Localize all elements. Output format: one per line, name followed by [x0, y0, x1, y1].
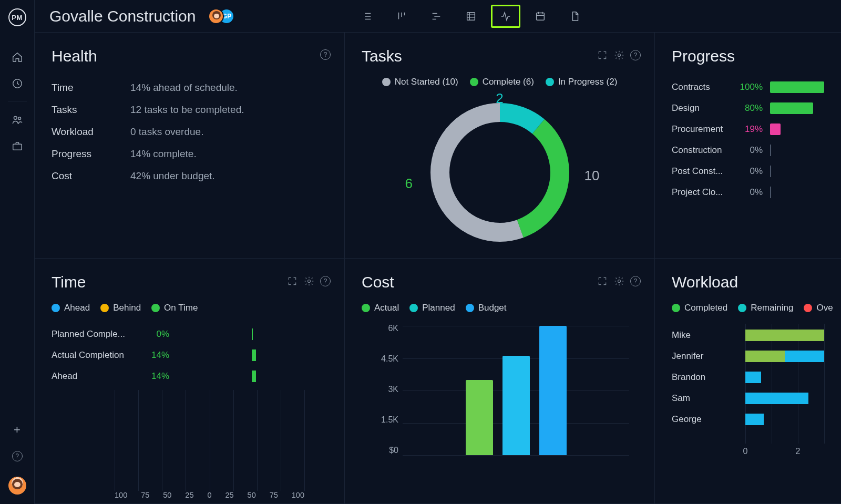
- card-help[interactable]: ?: [630, 50, 641, 60]
- card-health: Health ? Time 14% ahead of schedule. Tas…: [35, 33, 345, 259]
- project-members[interactable]: GP: [208, 8, 234, 24]
- legend-item[interactable]: On Time: [151, 303, 198, 313]
- legend-dot: [382, 78, 391, 86]
- nav-help[interactable]: ?: [0, 443, 35, 469]
- legend-item[interactable]: Actual: [362, 303, 399, 313]
- progress-row: Procurement 19%: [672, 119, 824, 140]
- cost-y-axis: 6K4.5K3K1.5K$0: [362, 324, 398, 455]
- card-help[interactable]: ?: [320, 276, 331, 286]
- card-settings[interactable]: [613, 49, 625, 61]
- workload-name: Mike: [672, 330, 745, 341]
- legend-item[interactable]: Planned: [409, 303, 455, 313]
- sheet-icon: [465, 11, 477, 22]
- view-calendar[interactable]: [526, 5, 555, 27]
- nav-people[interactable]: [0, 107, 35, 133]
- legend-item[interactable]: Complete (6): [470, 77, 534, 87]
- legend-dot: [151, 304, 160, 312]
- workload-legend: CompletedRemainingOve: [672, 303, 824, 313]
- workload-bar-remaining: [785, 351, 824, 362]
- card-settings[interactable]: [303, 275, 315, 287]
- member-avatar-1[interactable]: [208, 8, 224, 24]
- tasks-legend: Not Started (10)Complete (6)In Progress …: [362, 77, 638, 87]
- legend-item[interactable]: Completed: [672, 303, 727, 313]
- card-expand[interactable]: [597, 275, 608, 287]
- card-expand[interactable]: [286, 275, 298, 287]
- donut-chart: [421, 94, 579, 251]
- progress-percent: 100%: [732, 82, 763, 92]
- expand-icon: [597, 276, 608, 286]
- cost-bar-actual: [466, 380, 493, 456]
- view-list[interactable]: [353, 5, 381, 27]
- card-expand[interactable]: [597, 49, 608, 61]
- workload-bar: [745, 330, 824, 341]
- card-progress: Progress Contracts 100% Design 80% Procu…: [655, 33, 841, 259]
- legend-item[interactable]: Ove: [804, 303, 833, 313]
- legend-dot: [804, 304, 812, 312]
- view-dashboard[interactable]: [491, 5, 520, 27]
- time-row-percent: 14%: [141, 350, 169, 361]
- legend-dot: [362, 304, 370, 312]
- legend-item[interactable]: Behind: [100, 303, 141, 313]
- health-row: Tasks 12 tasks to be completed.: [52, 99, 327, 121]
- axis-tick: 1.5K: [362, 415, 398, 425]
- card-help[interactable]: ?: [630, 276, 641, 286]
- card-settings[interactable]: [613, 275, 625, 287]
- board-icon: [396, 11, 407, 22]
- nav-add[interactable]: +: [0, 417, 35, 443]
- workload-chart: Mike Jennifer Brandon Sam George: [672, 324, 824, 460]
- legend-item[interactable]: In Progress (2): [546, 77, 617, 87]
- time-rows: Planned Comple... 0% Actual Completion 1…: [52, 324, 327, 387]
- view-switcher: [353, 5, 589, 27]
- donut-label-inprogress: 2: [496, 90, 503, 107]
- legend-dot: [466, 304, 474, 312]
- health-label: Tasks: [52, 104, 130, 116]
- view-gantt[interactable]: [422, 5, 450, 27]
- health-row: Cost 42% under budget.: [52, 165, 327, 187]
- app-logo[interactable]: PM: [8, 8, 26, 26]
- health-rows: Time 14% ahead of schedule. Tasks 12 tas…: [52, 77, 327, 187]
- legend-item[interactable]: Ahead: [52, 303, 90, 313]
- nav-portfolio[interactable]: [0, 133, 35, 159]
- time-row: Ahead 14%: [52, 366, 327, 387]
- view-files[interactable]: [561, 5, 589, 27]
- progress-percent: 80%: [732, 103, 763, 114]
- workload-bar-completed: [745, 351, 785, 362]
- nav-recent[interactable]: [0, 70, 35, 97]
- svg-rect-4: [467, 12, 475, 20]
- page-header: Govalle Construction GP: [35, 0, 841, 33]
- legend-item[interactable]: Not Started (10): [382, 77, 458, 87]
- axis-tick: 6K: [362, 324, 398, 333]
- view-sheet[interactable]: [457, 5, 485, 27]
- progress-bar: [770, 124, 824, 135]
- legend-item[interactable]: Budget: [466, 303, 507, 313]
- card-time: Time ? AheadBehindOn Time Planned Comple…: [35, 259, 345, 504]
- progress-row: Post Const... 0%: [672, 161, 824, 182]
- axis-tick: 3K: [362, 385, 398, 394]
- legend-dot: [546, 78, 554, 86]
- health-row: Time 14% ahead of schedule.: [52, 77, 327, 99]
- progress-percent: 0%: [732, 145, 763, 156]
- nav-home[interactable]: [0, 44, 35, 70]
- legend-item[interactable]: Remaining: [738, 303, 793, 313]
- workload-bar-remaining: [745, 393, 808, 404]
- time-row-percent: 14%: [141, 371, 169, 382]
- clock-icon: [12, 78, 23, 89]
- progress-bar: [770, 166, 824, 177]
- gantt-icon: [430, 11, 442, 22]
- current-user-avatar[interactable]: [8, 477, 26, 495]
- axis-tick: 2: [795, 447, 800, 456]
- dashboard-grid: Health ? Time 14% ahead of schedule. Tas…: [35, 33, 841, 504]
- svg-rect-3: [13, 144, 22, 150]
- file-icon: [569, 11, 581, 22]
- health-value: 42% under budget.: [130, 170, 215, 182]
- card-help[interactable]: ?: [320, 49, 331, 60]
- view-board[interactable]: [387, 5, 416, 27]
- svg-point-6: [618, 54, 621, 57]
- card-cost: Cost ? ActualPlannedBudget 6K4.5K3K1.5K$…: [345, 259, 655, 504]
- time-row-bar: [176, 371, 327, 382]
- workload-bar-remaining: [745, 372, 761, 383]
- expand-icon: [597, 50, 608, 60]
- legend-dot: [100, 304, 109, 312]
- progress-name: Contracts: [672, 82, 732, 92]
- workload-bar-remaining: [745, 414, 764, 425]
